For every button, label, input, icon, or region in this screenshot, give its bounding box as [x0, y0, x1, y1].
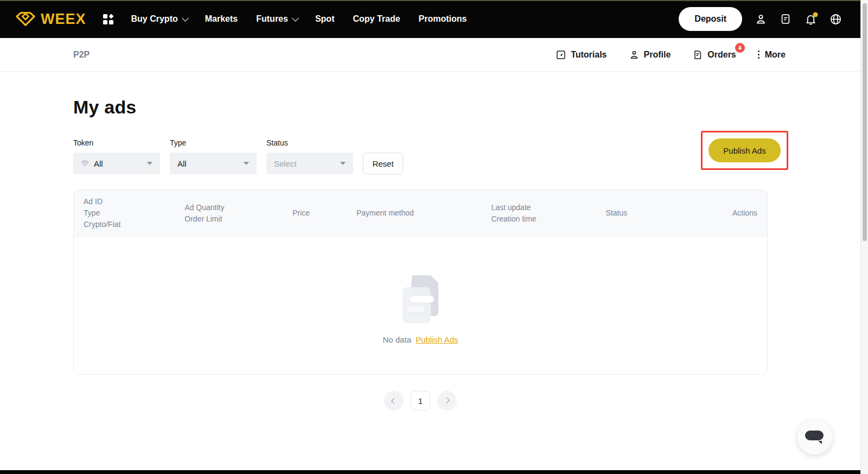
dropdown-arrow-icon: [340, 162, 346, 165]
next-page-button[interactable]: [437, 391, 457, 410]
status-filter-label: Status: [266, 138, 353, 147]
vertical-scrollbar[interactable]: [860, 0, 868, 474]
column-ad-quantity-order-limit: Ad Quantity Order Limit: [184, 202, 292, 225]
profile-person-icon: [629, 49, 640, 60]
main-content: My ads Token All Type: [73, 72, 768, 410]
chevron-down-icon: [182, 15, 189, 22]
tutorials-link[interactable]: Tutorials: [556, 49, 607, 60]
column-last-update-creation-time: Last update Creation time: [491, 202, 605, 225]
menu-spot[interactable]: Spot: [315, 14, 335, 24]
page-number[interactable]: 1: [411, 391, 430, 410]
menu-markets-label: Markets: [205, 14, 238, 24]
publish-ads-link[interactable]: Publish Ads: [416, 335, 458, 344]
chevron-right-icon: [444, 397, 450, 403]
my-ads-table: Ad ID Type Crypto/Fiat Ad Quantity Order…: [73, 189, 768, 375]
publish-ads-highlight-box: Publish Ads: [701, 131, 788, 170]
chat-bubble-icon: [804, 427, 826, 447]
deposit-button[interactable]: Deposit: [679, 7, 742, 31]
orders-count-badge: 4: [735, 43, 745, 53]
menu-promotions-label: Promotions: [419, 14, 467, 24]
p2p-subheader: P2P Tutorials Profile: [0, 38, 860, 72]
filters-row: Token All Type All: [73, 138, 768, 174]
weex-diamond-icon: [15, 11, 36, 27]
column-ad-id-type-crypto-fiat: Ad ID Type Crypto/Fiat: [84, 196, 184, 230]
menu-copy-trade[interactable]: Copy Trade: [353, 14, 400, 24]
publish-ads-button[interactable]: Publish Ads: [709, 138, 781, 162]
tutorials-book-icon: [556, 49, 566, 60]
orders-link[interactable]: Orders 4: [692, 49, 736, 60]
reset-button[interactable]: Reset: [363, 153, 403, 174]
notification-dot: [813, 12, 818, 17]
page-title: My ads: [73, 97, 768, 118]
menu-promotions[interactable]: Promotions: [419, 14, 467, 24]
top-navbar: WEEX Buy Crypto Markets Futures: [0, 0, 860, 38]
type-filter: Type All: [170, 138, 257, 174]
user-icon[interactable]: [754, 12, 767, 26]
subheader-actions: Tutorials Profile Orders 4: [556, 49, 786, 60]
profile-link[interactable]: Profile: [629, 49, 671, 60]
token-filter-label: Token: [73, 138, 160, 147]
chevron-left-icon: [391, 398, 397, 404]
menu-futures-label: Futures: [256, 14, 288, 24]
previous-page-button[interactable]: [384, 391, 404, 410]
empty-caption: No data Publish Ads: [382, 335, 458, 344]
dropdown-arrow-icon: [244, 162, 249, 165]
type-select[interactable]: All: [170, 153, 257, 174]
menu-markets[interactable]: Markets: [205, 14, 238, 24]
type-select-value: All: [177, 159, 187, 168]
menu-spot-label: Spot: [315, 14, 335, 24]
menu-buy-crypto[interactable]: Buy Crypto: [131, 14, 187, 24]
token-select-value: All: [94, 159, 103, 168]
status-select[interactable]: Select: [266, 153, 353, 174]
status-select-placeholder: Select: [274, 159, 297, 168]
menu-futures[interactable]: Futures: [256, 14, 297, 24]
orders-label: Orders: [707, 50, 736, 60]
menu-buy-crypto-label: Buy Crypto: [131, 14, 178, 24]
status-filter: Status Select: [266, 138, 353, 174]
column-payment-method: Payment method: [356, 207, 491, 219]
profile-label: Profile: [644, 50, 671, 60]
brand-name: WEEX: [41, 11, 86, 28]
dropdown-arrow-icon: [147, 162, 152, 165]
pagination: 1: [73, 391, 768, 410]
table-header-row: Ad ID Type Crypto/Fiat Ad Quantity Order…: [74, 190, 767, 237]
token-filter: Token All: [73, 138, 160, 174]
window-bottom-edge: [0, 470, 860, 474]
no-data-text: No data: [382, 335, 411, 344]
no-data-documents-icon: [391, 271, 450, 327]
menu-copy-trade-label: Copy Trade: [353, 14, 400, 24]
main-menu: Buy Crypto Markets Futures Spot Copy Tra…: [131, 14, 467, 24]
empty-state: No data Publish Ads: [74, 237, 767, 375]
globe-language-icon[interactable]: [829, 12, 842, 26]
more-label: More: [765, 50, 786, 60]
column-status: Status: [606, 207, 714, 219]
p2p-breadcrumb[interactable]: P2P: [73, 50, 90, 60]
more-menu[interactable]: More: [758, 50, 786, 60]
token-coin-icon: [81, 160, 89, 167]
token-select[interactable]: All: [73, 153, 160, 174]
apps-grid-icon[interactable]: [103, 14, 114, 25]
chevron-down-icon: [292, 15, 299, 22]
column-actions: Actions: [713, 207, 757, 219]
live-chat-button[interactable]: [797, 420, 832, 454]
orders-document-icon: [692, 49, 703, 60]
topbar-right-group: Deposit: [679, 7, 842, 31]
weex-logo[interactable]: WEEX: [15, 11, 86, 28]
weex-p2p-my-ads-page: WEEX Buy Crypto Markets Futures: [0, 0, 868, 474]
notifications-bell-icon[interactable]: [804, 12, 817, 26]
scrollbar-thumb[interactable]: [863, 3, 867, 241]
column-price: Price: [292, 207, 356, 219]
support-chat-icon[interactable]: [779, 12, 792, 26]
tutorials-label: Tutorials: [571, 50, 607, 60]
type-filter-label: Type: [170, 138, 257, 147]
more-dots-icon: [758, 50, 760, 59]
